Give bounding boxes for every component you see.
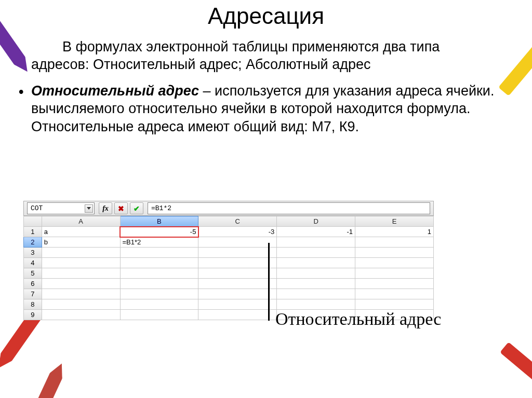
cell-A1[interactable]: a (42, 227, 120, 237)
cell-B3[interactable] (120, 248, 198, 258)
cell-B4[interactable] (120, 258, 198, 268)
row-2: 2 b =B1*2 (24, 237, 434, 248)
cell-C3[interactable] (198, 248, 277, 258)
formula-bar: COT fx ✖ ✔ =B1*2 (23, 201, 434, 216)
cell-C7[interactable] (198, 289, 277, 299)
cell-C9[interactable] (198, 310, 277, 320)
name-box-value: COT (31, 204, 43, 212)
cell-C6[interactable] (198, 279, 277, 289)
callout-label: Относительный адрес (275, 309, 441, 329)
row-header-8[interactable]: 8 (24, 299, 42, 310)
row-header-9[interactable]: 9 (24, 310, 42, 320)
row-header-1[interactable]: 1 (24, 227, 42, 237)
col-header-B[interactable]: B (120, 216, 198, 227)
row-1: 1 a -5 -3 -1 1 (24, 227, 434, 237)
row-7: 7 (24, 289, 434, 299)
cell-B5[interactable] (120, 268, 198, 279)
name-box-dropdown-icon[interactable] (85, 204, 93, 213)
cell-A7[interactable] (42, 289, 120, 299)
cell-E2[interactable] (355, 237, 434, 248)
row-header-5[interactable]: 5 (24, 268, 42, 279)
row-header-2[interactable]: 2 (24, 237, 42, 248)
slide-title: Адресация (0, 0, 532, 29)
function-wizard-button[interactable]: fx (99, 202, 112, 214)
cell-E5[interactable] (355, 268, 434, 279)
cell-A3[interactable] (42, 248, 120, 258)
cell-A9[interactable] (42, 310, 120, 320)
bullet-term: Относительный адрес (31, 83, 199, 99)
cell-B7[interactable] (120, 289, 198, 299)
cell-A4[interactable] (42, 258, 120, 268)
cell-A2[interactable]: b (42, 237, 120, 248)
cancel-button[interactable]: ✖ (114, 202, 128, 214)
cell-D1[interactable]: -1 (277, 227, 355, 237)
row-header-4[interactable]: 4 (24, 258, 42, 268)
column-header-row: A B C D E (24, 216, 434, 227)
cell-D4[interactable] (277, 258, 355, 268)
row-header-3[interactable]: 3 (24, 248, 42, 258)
decor-crayon-red-bottom (500, 342, 532, 398)
cell-E7[interactable] (355, 289, 434, 299)
bullet-text: Относительный адрес – используется для у… (31, 82, 501, 136)
cell-D8[interactable] (277, 299, 355, 310)
cell-E4[interactable] (355, 258, 434, 268)
cell-B1[interactable]: -5 (120, 227, 198, 237)
bullet-dash: – (199, 83, 215, 99)
row-6: 6 (24, 279, 434, 289)
cell-B6[interactable] (120, 279, 198, 289)
cell-D7[interactable] (277, 289, 355, 299)
bullet-marker: • (19, 82, 31, 136)
formula-input[interactable]: =B1*2 (148, 202, 430, 214)
cell-B9[interactable] (120, 310, 198, 320)
cell-E6[interactable] (355, 279, 434, 289)
row-4: 4 (24, 258, 434, 268)
slide: Адресация В формулах электронной таблицы… (0, 0, 532, 398)
row-3: 3 (24, 248, 434, 258)
cell-D5[interactable] (277, 268, 355, 279)
cell-C1[interactable]: -3 (198, 227, 277, 237)
col-header-E[interactable]: E (355, 216, 434, 227)
row-header-7[interactable]: 7 (24, 289, 42, 299)
spreadsheet-screenshot: COT fx ✖ ✔ =B1*2 A B C D E (23, 201, 434, 320)
cell-C5[interactable] (198, 268, 277, 279)
corner-cell[interactable] (24, 216, 42, 227)
row-8: 8 (24, 299, 434, 310)
cell-D3[interactable] (277, 248, 355, 258)
col-header-C[interactable]: C (198, 216, 277, 227)
col-header-D[interactable]: D (277, 216, 355, 227)
row-5: 5 (24, 268, 434, 279)
spreadsheet-grid: A B C D E 1 a -5 -3 -1 1 2 b (23, 216, 434, 320)
bullet-item: • Относительный адрес – используется для… (0, 79, 532, 136)
cell-C4[interactable] (198, 258, 277, 268)
intro-paragraph: В формулах электронной таблицы применяют… (0, 29, 532, 79)
cell-C2[interactable] (198, 237, 277, 248)
cell-C8[interactable] (198, 299, 277, 310)
cell-A6[interactable] (42, 279, 120, 289)
cell-D6[interactable] (277, 279, 355, 289)
col-header-A[interactable]: A (42, 216, 120, 227)
cell-A5[interactable] (42, 268, 120, 279)
cell-B8[interactable] (120, 299, 198, 310)
decor-crayon-red-tilted (20, 371, 63, 398)
cell-E3[interactable] (355, 248, 434, 258)
cell-E1[interactable]: 1 (355, 227, 434, 237)
cell-B2[interactable]: =B1*2 (120, 237, 198, 248)
row-header-6[interactable]: 6 (24, 279, 42, 289)
cell-D2[interactable] (277, 237, 355, 248)
cell-E8[interactable] (355, 299, 434, 310)
callout-pointer-line (268, 243, 270, 321)
cell-A8[interactable] (42, 299, 120, 310)
name-box[interactable]: COT (27, 202, 95, 214)
accept-button[interactable]: ✔ (130, 202, 143, 214)
